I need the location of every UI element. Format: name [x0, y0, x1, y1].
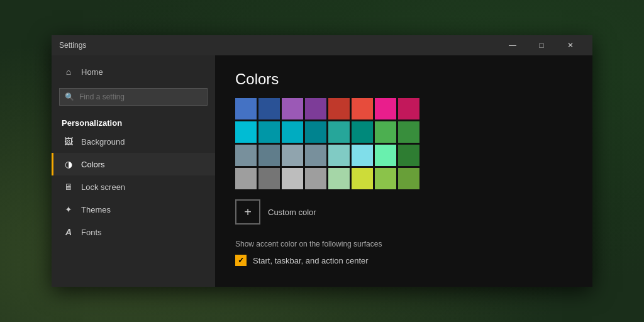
color-swatch[interactable] [305, 121, 326, 143]
color-swatch[interactable] [235, 168, 257, 189]
color-swatch[interactable] [375, 98, 396, 119]
color-swatch[interactable] [375, 145, 396, 166]
color-swatch[interactable] [375, 121, 396, 143]
color-swatch[interactable] [305, 98, 326, 119]
sidebar-home-label: Home [81, 67, 103, 77]
sidebar-item-themes[interactable]: ✦ Themes [52, 198, 215, 221]
settings-window: Settings — □ ✕ ⌂ Home 🔍 Personalization … [52, 35, 592, 287]
sidebar-item-home[interactable]: ⌂ Home [52, 60, 215, 83]
page-title: Colors [235, 70, 572, 88]
sidebar-item-colors[interactable]: ◑ Colors [52, 153, 215, 175]
close-button[interactable]: ✕ [556, 35, 585, 55]
fonts-icon: A [64, 227, 74, 237]
themes-icon: ✦ [64, 204, 74, 214]
themes-label: Themes [81, 205, 111, 214]
color-swatch[interactable] [305, 168, 326, 189]
window-content: ⌂ Home 🔍 Personalization 🖼 Background ◑ … [52, 55, 592, 287]
color-grid [235, 98, 572, 189]
plus-icon: + [244, 205, 252, 219]
color-swatch[interactable] [352, 168, 373, 189]
fonts-label: Fonts [81, 228, 102, 237]
custom-color-button[interactable]: + Custom color [235, 199, 572, 225]
checkmark-icon: ✓ [238, 256, 244, 265]
search-box[interactable]: 🔍 [59, 88, 208, 106]
lockscreen-label: Lock screen [81, 182, 125, 192]
color-swatch[interactable] [352, 145, 373, 166]
personalization-label: Personalization [52, 113, 215, 130]
title-bar: Settings — □ ✕ [52, 35, 592, 55]
home-icon: ⌂ [64, 67, 74, 77]
background-icon: 🖼 [64, 136, 74, 147]
checkbox-label: Start, taskbar, and action center [253, 256, 369, 265]
color-swatch[interactable] [398, 145, 419, 166]
search-icon: 🔍 [65, 92, 74, 101]
color-swatch[interactable] [235, 121, 257, 143]
lockscreen-icon: 🖥 [64, 182, 74, 192]
color-swatch[interactable] [328, 145, 350, 166]
color-swatch[interactable] [328, 121, 350, 143]
color-swatch[interactable] [235, 145, 257, 166]
background-label: Background [81, 137, 125, 147]
color-swatch[interactable] [282, 168, 303, 189]
color-swatch[interactable] [352, 98, 373, 119]
color-swatch[interactable] [258, 145, 280, 166]
show-accent-label: Show accent color on the following surfa… [235, 240, 572, 248]
color-swatch[interactable] [398, 98, 419, 119]
window-title: Settings [59, 41, 86, 50]
color-swatch[interactable] [398, 121, 419, 143]
sidebar-item-lockscreen[interactable]: 🖥 Lock screen [52, 175, 215, 198]
maximize-button[interactable]: □ [527, 35, 556, 55]
color-swatch[interactable] [328, 98, 350, 119]
sidebar: ⌂ Home 🔍 Personalization 🖼 Background ◑ … [52, 55, 215, 287]
custom-color-label: Custom color [268, 208, 316, 217]
taskbar-checkbox[interactable]: ✓ [235, 255, 247, 266]
color-swatch[interactable] [352, 121, 373, 143]
color-swatch[interactable] [328, 168, 350, 189]
color-swatch[interactable] [282, 145, 303, 166]
color-swatch[interactable] [282, 98, 303, 119]
checkbox-row: ✓ Start, taskbar, and action center [235, 255, 572, 266]
color-swatch[interactable] [258, 98, 280, 119]
main-content: Colors + Custom color Show accent color … [215, 55, 592, 287]
sidebar-item-background[interactable]: 🖼 Background [52, 130, 215, 153]
color-swatch[interactable] [258, 168, 280, 189]
window-controls: — □ ✕ [498, 35, 585, 55]
colors-icon: ◑ [64, 159, 74, 169]
color-swatch[interactable] [282, 121, 303, 143]
minimize-button[interactable]: — [498, 35, 527, 55]
color-swatch[interactable] [398, 168, 419, 189]
color-swatch[interactable] [235, 98, 257, 119]
color-swatch[interactable] [258, 121, 280, 143]
color-swatch[interactable] [305, 145, 326, 166]
sidebar-item-fonts[interactable]: A Fonts [52, 221, 215, 243]
search-input[interactable] [79, 92, 202, 101]
colors-label: Colors [81, 160, 105, 169]
custom-color-box: + [235, 199, 260, 225]
color-swatch[interactable] [375, 168, 396, 189]
